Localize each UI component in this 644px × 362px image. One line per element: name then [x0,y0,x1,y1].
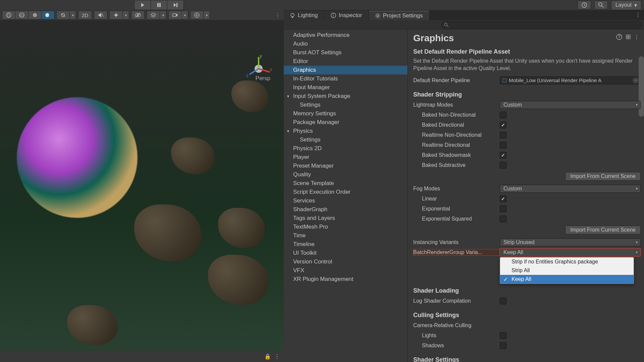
scene-pane-menu[interactable]: ⋮ [275,12,280,18]
sidebar-item-graphics[interactable]: Graphics [284,66,408,74]
render-mode-4[interactable] [41,11,55,19]
sidebar-item-script-execution-order[interactable]: Script Execution Order [284,188,408,196]
search-icon [444,23,449,27]
projection-label[interactable]: Persp [256,75,270,82]
sidebar-item-input-system-settings[interactable]: Settings [284,101,408,109]
dropdown-brg-variants[interactable]: Keep All [500,248,641,256]
sidebar-item-timeline[interactable]: Timeline [284,240,408,249]
svg-text:x: x [270,67,272,72]
layers-button[interactable] [147,11,160,19]
sidebar-item-physics-settings[interactable]: Settings [284,135,408,144]
tab-lighting[interactable]: Lighting [284,11,324,20]
sidebar-item-editor[interactable]: Editor [284,57,408,66]
search-icon [598,2,604,8]
sidebar-item-physics-2d[interactable]: Physics 2D [284,144,408,153]
layout-dropdown[interactable]: Layout ▾ [611,0,641,10]
tab-project-settings[interactable]: Project Settings [369,11,429,20]
page-title: Graphics [413,33,641,44]
scene-footer-menu[interactable]: ⋮ [274,353,280,360]
sidebar-item-physics[interactable]: Physics [284,127,408,135]
step-button[interactable] [167,0,184,10]
sidebar-item-scene-template[interactable]: Scene Template [284,179,408,188]
camera-button[interactable] [168,11,182,19]
svg-text:i: i [333,13,333,17]
checkbox-exp-squared[interactable] [500,216,506,222]
help-icon[interactable]: ? [616,34,623,40]
checkbox-baked-non-dir[interactable] [500,112,506,118]
popup-option-strip-all[interactable]: Strip All [500,266,634,275]
sidebar-item-audio[interactable]: Audio [284,40,408,48]
dropdown-instancing-variants[interactable]: Strip Unused [500,238,641,246]
play-button[interactable] [134,0,151,10]
sidebar-item-adaptive-performance[interactable]: Adaptive Performance [284,31,408,40]
checkbox-baked-dir[interactable] [500,122,506,128]
pane-menu[interactable]: ⋮ [635,12,641,18]
asset-icon [502,78,507,83]
audio-toggle[interactable] [94,11,107,19]
svg-rect-4 [176,3,177,7]
render-mode-1[interactable] [2,11,15,19]
sidebar-item-preset-manager[interactable]: Preset Manager [284,162,408,170]
sidebar-item-quality[interactable]: Quality [284,170,408,179]
bug-icon [60,12,66,18]
sidebar-item-services[interactable]: Services [284,196,408,205]
dropdown-fog-modes[interactable]: Custom [500,185,641,193]
import-from-scene-button-2[interactable]: Import From Current Scene [565,226,641,234]
layers-dropdown[interactable]: ▾ [160,11,166,19]
sidebar-item-xr-plugin-management[interactable]: XR Plugin Management [284,275,408,284]
svg-point-13 [45,13,49,17]
settings-search-input[interactable] [441,21,642,28]
popup-option-keep-all[interactable]: Keep All [500,275,634,284]
checkbox-lights[interactable] [500,332,506,339]
debug-draw-button[interactable] [56,11,70,19]
2d-toggle[interactable]: 2D [78,11,92,19]
sidebar-item-player[interactable]: Player [284,153,408,162]
checkbox-shadows[interactable] [500,342,506,349]
checkbox-realtime-dir[interactable] [500,142,506,148]
render-mode-2[interactable] [15,11,29,19]
popup-option-strip-if-no-entities[interactable]: Strip if no Entities Graphics package [500,257,634,266]
object-picker-icon[interactable]: ⊙ [633,78,638,83]
sidebar-item-time[interactable]: Time [284,231,408,240]
tab-inspector[interactable]: i Inspector [325,11,368,20]
sidebar-item-ui-toolkit[interactable]: UI Toolkit [284,249,408,257]
object-field-default-rp[interactable]: Mobile_Low (Universal Render Pipeline A … [500,76,641,84]
scene-object-asteroid [67,305,117,345]
svg-marker-3 [174,3,176,7]
camera-dropdown[interactable]: ▾ [181,11,188,19]
gizmos-button[interactable] [190,11,204,19]
sidebar-item-version-control[interactable]: Version Control [284,257,408,266]
sidebar-item-package-manager[interactable]: Package Manager [284,118,408,127]
pause-button[interactable] [151,0,167,10]
checkbox-baked-shadowmask[interactable] [500,152,506,159]
settings-preset-icon[interactable] [625,34,631,40]
undo-history-button[interactable] [578,1,591,9]
checkbox-exponential[interactable] [500,205,506,212]
visibility-toggle[interactable] [131,11,145,19]
fx-dropdown[interactable]: ▾ [122,11,129,19]
sidebar-item-shadergraph[interactable]: ShaderGraph [284,205,408,214]
sidebar-item-vfx[interactable]: VFX [284,266,408,275]
sidebar-item-memory-settings[interactable]: Memory Settings [284,109,408,118]
global-search-button[interactable] [594,1,608,9]
scene-viewport[interactable]: y x z Persp [0,20,284,351]
lock-icon[interactable]: 🔒 [264,353,271,360]
checkbox-realtime-non-dir[interactable] [500,132,506,138]
content-menu[interactable]: ⋮ [634,34,639,40]
svg-rect-1 [157,3,159,7]
sidebar-item-textmesh-pro[interactable]: TextMesh Pro [284,223,408,231]
sidebar-item-tags-and-layers[interactable]: Tags and Layers [284,214,408,223]
render-mode-3[interactable] [28,11,42,19]
import-from-scene-button[interactable]: Import From Current Scene [565,172,641,181]
sidebar-item-input-manager[interactable]: Input Manager [284,83,408,92]
sidebar-item-input-system-package[interactable]: Input System Package [284,92,408,101]
fx-toggle[interactable] [109,11,123,19]
gizmos-dropdown[interactable]: ▾ [203,11,210,19]
checkbox-linear[interactable] [500,195,506,202]
checkbox-log-shader[interactable] [500,298,506,304]
debug-draw-dropdown[interactable]: ▾ [69,11,76,19]
sidebar-item-burst-aot[interactable]: Burst AOT Settings [284,48,408,57]
checkbox-baked-subtractive[interactable] [500,162,506,169]
dropdown-lightmap-modes[interactable]: Custom [500,101,641,109]
sidebar-item-in-editor-tutorials[interactable]: In-Editor Tutorials [284,74,408,83]
